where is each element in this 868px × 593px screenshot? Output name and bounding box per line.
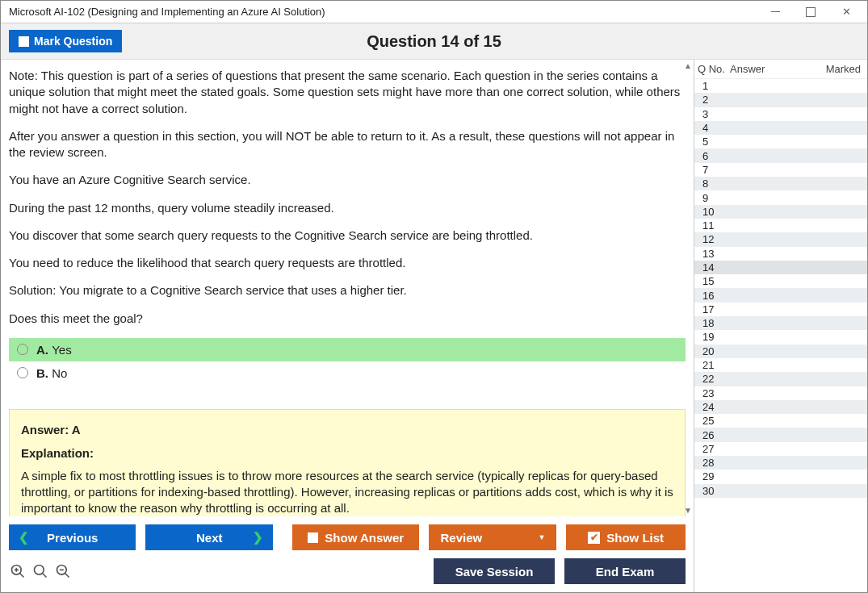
choice-label: B. No [36,366,67,380]
sidebar-row[interactable]: 6 [694,148,867,162]
scroll-down-icon[interactable]: ▼ [684,506,692,515]
sidebar-qno: 20 [698,345,730,357]
sidebar-row[interactable]: 27 [694,442,867,456]
question-panel[interactable]: ▲ Note: This question is part of a serie… [1,60,694,516]
save-session-button[interactable]: Save Session [434,558,555,584]
next-button[interactable]: Next ❯ [145,524,272,550]
next-label: Next [196,531,223,545]
sidebar-header: Q No. Answer Marked [694,60,867,79]
zoom-controls [9,562,72,580]
question-paragraph: You have an Azure Cognitive Search servi… [9,172,686,188]
col-qno: Q No. [698,63,730,75]
sidebar-qno: 13 [698,248,730,260]
sidebar-row[interactable]: 3 [694,107,867,121]
sidebar-row[interactable]: 24 [694,400,867,414]
sidebar-row[interactable]: 11 [694,219,867,232]
sidebar-qno: 27 [698,443,730,455]
checkbox-icon [19,36,29,47]
previous-label: Previous [47,531,98,545]
sidebar-row[interactable]: 25 [694,414,867,428]
sidebar-row[interactable]: 2 [694,93,867,106]
sidebar-rows[interactable]: 1234567891011121314151617181920212223242… [694,79,867,592]
svg-point-4 [35,566,44,575]
col-marked: Marked [816,63,864,75]
end-exam-button[interactable]: End Exam [564,558,686,584]
mark-question-button[interactable]: Mark Question [9,30,122,52]
sidebar-row[interactable]: 23 [694,386,867,400]
question-paragraph: Solution: You migrate to a Cognitive Sea… [9,282,686,299]
question-paragraph: During the past 12 months, query volume … [9,200,686,216]
sidebar-qno: 6 [698,150,730,162]
question-counter: Question 14 of 15 [1,32,867,51]
col-answer: Answer [730,63,816,75]
question-paragraph: Does this meet the goal? [9,311,686,327]
explanation-heading: Explanation: [21,446,673,460]
sidebar-row[interactable]: 17 [694,303,867,316]
chevron-right-icon: ❯ [253,530,263,545]
radio-icon[interactable] [17,344,28,355]
sidebar-row[interactable]: 28 [694,456,867,470]
zoom-out-icon[interactable] [54,562,72,580]
explanation-text: A simple fix to most throttling issues i… [21,468,673,516]
explanation-panel: Answer: A Explanation: A simple fix to m… [9,409,686,516]
show-answer-button[interactable]: Show Answer [292,524,419,550]
sidebar-row[interactable]: 8 [694,177,867,190]
sidebar-qno: 15 [698,275,730,287]
sidebar-row[interactable]: 5 [694,135,867,148]
sidebar-row[interactable]: 9 [694,190,867,204]
close-icon[interactable] [828,2,864,23]
sidebar-qno: 25 [698,415,730,427]
sidebar-qno: 1 [698,80,730,92]
sidebar-qno: 16 [698,290,730,302]
sidebar-row[interactable]: 29 [694,470,867,483]
maximize-icon[interactable] [793,2,828,23]
sidebar-row[interactable]: 16 [694,288,867,302]
sidebar-row[interactable]: 7 [694,163,867,177]
minimize-icon[interactable] [757,2,793,23]
chevron-left-icon: ❮ [19,530,29,545]
review-label: Review [440,531,482,545]
chevron-down-icon: ▼ [538,533,545,541]
sidebar-qno: 30 [698,485,730,497]
radio-icon[interactable] [17,367,28,378]
previous-button[interactable]: ❮ Previous [9,524,136,550]
sidebar-row[interactable]: 26 [694,428,867,441]
sidebar-row[interactable]: 13 [694,247,867,261]
choice-row[interactable]: A. Yes [9,338,686,361]
sidebar-row[interactable]: 21 [694,358,867,372]
zoom-reset-icon[interactable] [31,562,49,580]
question-paragraph: You need to reduce the likelihood that s… [9,255,686,271]
zoom-in-icon[interactable] [9,562,27,580]
sidebar-row[interactable]: 15 [694,274,867,288]
sidebar-row[interactable]: 12 [694,232,867,246]
window-title: Microsoft AI-102 (Designing and Implemen… [9,6,325,18]
answer-label: Answer: A [21,423,673,436]
sidebar-row[interactable]: 10 [694,205,867,219]
sidebar-qno: 10 [698,206,730,218]
sidebar-row[interactable]: 4 [694,121,867,135]
sidebar-qno: 24 [698,401,730,413]
scroll-up-icon[interactable]: ▲ [684,61,692,70]
sidebar-qno: 11 [698,219,730,232]
checkbox-icon [308,532,318,543]
sidebar-qno: 28 [698,457,730,469]
sidebar-row[interactable]: 22 [694,372,867,386]
question-text: Note: This question is part of a series … [9,68,686,327]
choice-row[interactable]: B. No [9,361,686,385]
review-button[interactable]: Review ▼ [429,524,556,550]
sidebar-qno: 9 [698,192,730,204]
sidebar-row[interactable]: 30 [694,484,867,498]
sidebar-row[interactable]: 18 [694,316,867,330]
sidebar-row[interactable]: 1 [694,79,867,93]
sidebar-row[interactable]: 14 [694,261,867,274]
sidebar-qno: 23 [698,387,730,399]
sidebar-qno: 18 [698,317,730,329]
sidebar-row[interactable]: 20 [694,345,867,358]
show-answer-label: Show Answer [325,531,404,545]
sidebar-qno: 14 [698,261,730,274]
sidebar-qno: 3 [698,108,730,120]
sidebar-row[interactable]: 19 [694,330,867,344]
question-paragraph: Note: This question is part of a series … [9,68,686,117]
show-list-button[interactable]: ✔ Show List [566,524,686,550]
sidebar-qno: 7 [698,164,730,176]
